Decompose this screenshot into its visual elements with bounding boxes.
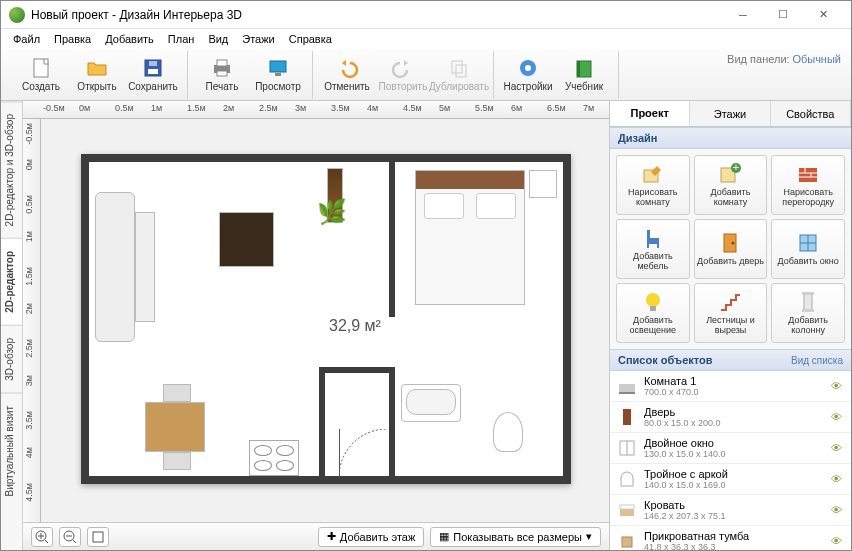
right-panel: Проект Этажи Свойства Дизайн Нарисовать … — [609, 101, 851, 550]
floorplan-canvas[interactable]: 🌿 32,9 м² — [41, 119, 609, 522]
menubar: Файл Правка Добавить План Вид Этажи Спра… — [1, 29, 851, 49]
window-icon — [796, 231, 820, 255]
eye-icon[interactable]: 👁 — [831, 535, 845, 547]
show-dimensions-button[interactable]: ▦Показывать все размеры▾ — [430, 527, 601, 547]
sofa-cushion — [135, 212, 155, 322]
add-lighting-button[interactable]: Добавить освещение — [616, 283, 690, 343]
menu-edit[interactable]: Правка — [48, 31, 97, 47]
add-column-button[interactable]: Добавить колонну — [771, 283, 845, 343]
add-window-button[interactable]: Добавить окно — [771, 219, 845, 279]
create-button[interactable]: Создать — [13, 52, 69, 98]
list-item[interactable]: Двойное окно130.0 x 15.0 x 140.0👁 — [610, 433, 851, 464]
vtab-2d[interactable]: 2D-редактор — [1, 238, 22, 325]
table[interactable] — [145, 402, 205, 452]
add-room-button[interactable]: +Добавить комнату — [694, 155, 768, 215]
door-swing[interactable] — [341, 477, 381, 478]
list-item[interactable]: Комната 1700.0 x 470.0👁 — [610, 371, 851, 402]
duplicate-button[interactable]: Дублировать — [431, 52, 487, 98]
save-button[interactable]: Сохранить — [125, 52, 181, 98]
eye-icon[interactable]: 👁 — [831, 442, 845, 454]
settings-button[interactable]: Настройки — [500, 52, 556, 98]
add-furniture-button[interactable]: Добавить мебель — [616, 219, 690, 279]
tab-properties[interactable]: Свойства — [771, 101, 851, 126]
browse-button[interactable]: Просмотр — [250, 52, 306, 98]
draw-partition-button[interactable]: Нарисовать перегородку — [771, 155, 845, 215]
bathtub[interactable] — [401, 384, 461, 422]
plant-icon[interactable]: 🌿 — [317, 198, 347, 226]
menu-plan[interactable]: План — [162, 31, 201, 47]
list-item[interactable]: Кровать146.2 x 207.3 x 75.1👁 — [610, 495, 851, 526]
print-button[interactable]: Печать — [194, 52, 250, 98]
new-file-icon — [30, 57, 52, 79]
svg-rect-6 — [217, 71, 227, 76]
room-outline[interactable]: 🌿 32,9 м² — [81, 154, 571, 484]
zoom-in-button[interactable] — [31, 527, 53, 547]
object-list[interactable]: Комната 1700.0 x 470.0👁 Дверь80.0 x 15.0… — [610, 371, 851, 550]
list-item[interactable]: Дверь80.0 x 15.0 x 200.0👁 — [610, 402, 851, 433]
open-button[interactable]: Открыть — [69, 52, 125, 98]
menu-file[interactable]: Файл — [7, 31, 46, 47]
room-plus-icon: + — [718, 162, 742, 186]
tab-floors[interactable]: Этажи — [690, 101, 770, 126]
minimize-button[interactable]: ─ — [723, 3, 763, 27]
interior-wall[interactable] — [389, 162, 395, 317]
stairs-icon — [718, 290, 742, 314]
svg-rect-28 — [799, 168, 817, 182]
undo-button[interactable]: Отменить — [319, 52, 375, 98]
eye-icon[interactable]: 👁 — [831, 504, 845, 516]
list-item[interactable]: Прикроватная тумба41.8 x 36.3 x 36.3👁 — [610, 526, 851, 550]
add-floor-button[interactable]: ✚Добавить этаж — [318, 527, 424, 547]
svg-rect-44 — [804, 294, 812, 310]
eye-icon[interactable]: 👁 — [831, 473, 845, 485]
ruler-vertical: -0.5м 0м 0.5м 1м 1.5м 2м 2.5м 3м 3.5м 4м… — [23, 119, 41, 522]
chair[interactable] — [163, 452, 191, 470]
tutorial-button[interactable]: Учебник — [556, 52, 612, 98]
bed[interactable] — [415, 170, 525, 305]
svg-rect-10 — [456, 65, 466, 77]
column-icon — [796, 290, 820, 314]
vtab-virtual[interactable]: Виртуальный визит — [1, 393, 22, 509]
window-icon — [616, 437, 638, 459]
add-door-button[interactable]: Добавить дверь — [694, 219, 768, 279]
svg-rect-3 — [149, 61, 157, 66]
duplicate-icon — [448, 57, 470, 79]
redo-button[interactable]: Повторить — [375, 52, 431, 98]
svg-rect-2 — [148, 69, 158, 74]
vtab-3d[interactable]: 3D-обзор — [1, 325, 22, 393]
eye-icon[interactable]: 👁 — [831, 380, 845, 392]
objects-header: Список объектовВид списка — [610, 349, 851, 371]
sofa[interactable] — [95, 192, 135, 342]
tab-project[interactable]: Проект — [610, 101, 690, 126]
eye-icon[interactable]: 👁 — [831, 411, 845, 423]
tv-stand[interactable] — [219, 212, 274, 267]
bed-icon — [616, 499, 638, 521]
nightstand[interactable] — [529, 170, 557, 198]
list-item[interactable]: Тройное с аркой140.0 x 15.0 x 169.0👁 — [610, 464, 851, 495]
interior-wall[interactable] — [389, 367, 395, 477]
chevron-down-icon: ▾ — [586, 530, 592, 543]
pencil-room-icon — [641, 162, 665, 186]
menu-help[interactable]: Справка — [283, 31, 338, 47]
vtab-2d-3d[interactable]: 2D-редактор и 3D-обзор — [1, 101, 22, 238]
design-header: Дизайн — [610, 127, 851, 149]
svg-rect-14 — [577, 61, 580, 77]
chair[interactable] — [163, 384, 191, 402]
stove[interactable] — [249, 440, 299, 476]
interior-wall[interactable] — [325, 367, 395, 373]
view-mode-link[interactable]: Обычный — [792, 53, 841, 65]
zoom-out-button[interactable] — [59, 527, 81, 547]
undo-icon — [336, 57, 358, 79]
maximize-button[interactable]: ☐ — [763, 3, 803, 27]
toolbar: Создать Открыть Сохранить Печать Просмот… — [1, 49, 851, 101]
draw-room-button[interactable]: Нарисовать комнату — [616, 155, 690, 215]
stairs-button[interactable]: Лестницы и вырезы — [694, 283, 768, 343]
toilet[interactable] — [493, 412, 523, 452]
list-view-link[interactable]: Вид списка — [791, 355, 843, 366]
close-button[interactable]: ✕ — [803, 3, 843, 27]
plus-icon: ✚ — [327, 530, 336, 543]
zoom-fit-button[interactable] — [87, 527, 109, 547]
menu-add[interactable]: Добавить — [99, 31, 160, 47]
menu-floors[interactable]: Этажи — [236, 31, 280, 47]
menu-view[interactable]: Вид — [202, 31, 234, 47]
interior-wall[interactable] — [319, 367, 325, 477]
